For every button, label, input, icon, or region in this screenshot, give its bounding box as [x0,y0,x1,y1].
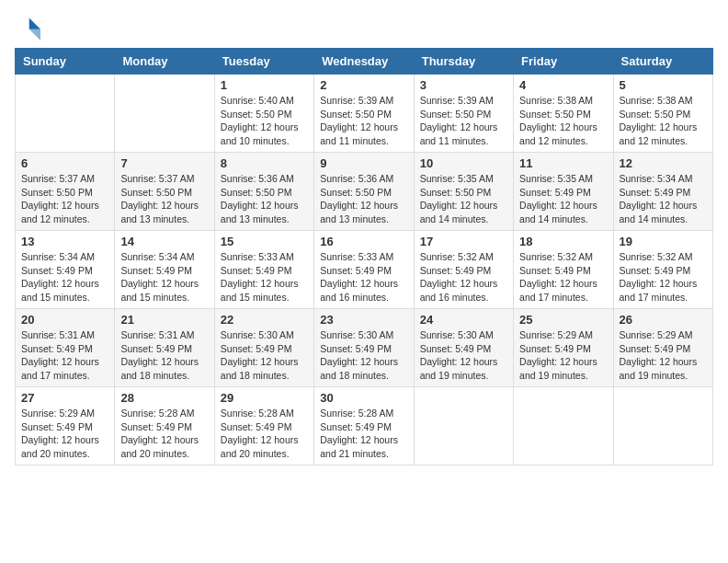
cell-day-info: Sunrise: 5:35 AM Sunset: 5:50 PM Dayligh… [420,172,507,226]
cell-day-info: Sunrise: 5:29 AM Sunset: 5:49 PM Dayligh… [21,407,108,461]
calendar-cell: 7Sunrise: 5:37 AM Sunset: 5:50 PM Daylig… [115,153,214,231]
cell-day-number: 8 [221,156,308,170]
cell-day-info: Sunrise: 5:34 AM Sunset: 5:49 PM Dayligh… [120,250,208,304]
cell-day-info: Sunrise: 5:31 AM Sunset: 5:49 PM Dayligh… [120,328,208,383]
cell-day-number: 13 [21,235,108,248]
calendar-cell: 10Sunrise: 5:35 AM Sunset: 5:50 PM Dayli… [414,153,513,231]
calendar-cell: 2Sunrise: 5:39 AM Sunset: 5:50 PM Daylig… [314,75,414,153]
week-row-5: 27Sunrise: 5:29 AM Sunset: 5:49 PM Dayli… [16,387,713,465]
cell-day-info: Sunrise: 5:37 AM Sunset: 5:50 PM Dayligh… [120,172,208,226]
cell-day-info: Sunrise: 5:40 AM Sunset: 5:50 PM Dayligh… [221,94,308,148]
calendar-cell: 23Sunrise: 5:30 AM Sunset: 5:49 PM Dayli… [314,309,414,387]
calendar-cell: 20Sunrise: 5:31 AM Sunset: 5:49 PM Dayli… [16,309,115,387]
cell-day-info: Sunrise: 5:39 AM Sunset: 5:50 PM Dayligh… [320,94,407,148]
cell-day-info: Sunrise: 5:30 AM Sunset: 5:49 PM Dayligh… [221,328,308,383]
cell-day-info: Sunrise: 5:28 AM Sunset: 5:49 PM Dayligh… [320,407,407,461]
calendar-cell: 19Sunrise: 5:32 AM Sunset: 5:49 PM Dayli… [613,231,712,309]
calendar-cell: 14Sunrise: 5:34 AM Sunset: 5:49 PM Dayli… [115,231,214,309]
cell-day-number: 18 [519,235,607,248]
calendar-cell: 4Sunrise: 5:38 AM Sunset: 5:50 PM Daylig… [514,75,613,153]
cell-day-number: 24 [420,313,507,327]
weekday-header-row: SundayMondayTuesdayWednesdayThursdayFrid… [16,49,713,75]
week-row-4: 20Sunrise: 5:31 AM Sunset: 5:49 PM Dayli… [16,309,713,387]
calendar-cell [514,387,613,465]
cell-day-number: 30 [320,391,407,405]
cell-day-info: Sunrise: 5:35 AM Sunset: 5:49 PM Dayligh… [519,172,607,226]
calendar-cell: 12Sunrise: 5:34 AM Sunset: 5:49 PM Dayli… [613,153,712,231]
cell-day-number: 7 [120,156,208,170]
cell-day-info: Sunrise: 5:31 AM Sunset: 5:49 PM Dayligh… [21,328,108,383]
weekday-header-saturday: Saturday [613,49,712,75]
cell-day-info: Sunrise: 5:34 AM Sunset: 5:49 PM Dayligh… [21,250,108,304]
calendar-table: SundayMondayTuesdayWednesdayThursdayFrid… [15,48,713,465]
cell-day-number: 10 [420,156,507,170]
calendar-cell: 13Sunrise: 5:34 AM Sunset: 5:49 PM Dayli… [16,231,115,309]
calendar-cell: 9Sunrise: 5:36 AM Sunset: 5:50 PM Daylig… [314,153,414,231]
week-row-3: 13Sunrise: 5:34 AM Sunset: 5:49 PM Dayli… [16,231,713,309]
calendar-cell: 26Sunrise: 5:29 AM Sunset: 5:49 PM Dayli… [613,309,712,387]
cell-day-number: 11 [519,156,607,170]
cell-day-number: 25 [519,313,607,327]
cell-day-info: Sunrise: 5:37 AM Sunset: 5:50 PM Dayligh… [21,172,108,226]
calendar-cell: 11Sunrise: 5:35 AM Sunset: 5:49 PM Dayli… [514,153,613,231]
cell-day-info: Sunrise: 5:28 AM Sunset: 5:49 PM Dayligh… [120,407,208,461]
cell-day-number: 15 [221,235,308,248]
cell-day-number: 1 [221,78,308,92]
calendar-cell: 8Sunrise: 5:36 AM Sunset: 5:50 PM Daylig… [214,153,313,231]
cell-day-info: Sunrise: 5:36 AM Sunset: 5:50 PM Dayligh… [221,172,308,226]
calendar-cell: 18Sunrise: 5:32 AM Sunset: 5:49 PM Dayli… [514,231,613,309]
cell-day-info: Sunrise: 5:30 AM Sunset: 5:49 PM Dayligh… [320,328,407,383]
calendar-cell [115,75,214,153]
cell-day-info: Sunrise: 5:32 AM Sunset: 5:49 PM Dayligh… [420,250,507,304]
cell-day-info: Sunrise: 5:33 AM Sunset: 5:49 PM Dayligh… [320,250,407,304]
calendar-cell: 28Sunrise: 5:28 AM Sunset: 5:49 PM Dayli… [115,387,214,465]
calendar-cell [16,75,115,153]
weekday-header-thursday: Thursday [414,49,513,75]
cell-day-info: Sunrise: 5:36 AM Sunset: 5:50 PM Dayligh… [320,172,407,226]
cell-day-info: Sunrise: 5:34 AM Sunset: 5:49 PM Dayligh… [620,172,707,226]
calendar-cell: 25Sunrise: 5:29 AM Sunset: 5:49 PM Dayli… [514,309,613,387]
cell-day-info: Sunrise: 5:32 AM Sunset: 5:49 PM Dayligh… [519,250,607,304]
weekday-header-friday: Friday [514,49,613,75]
cell-day-info: Sunrise: 5:33 AM Sunset: 5:49 PM Dayligh… [221,250,308,304]
calendar-cell: 27Sunrise: 5:29 AM Sunset: 5:49 PM Dayli… [16,387,115,465]
cell-day-number: 21 [120,313,208,327]
cell-day-info: Sunrise: 5:39 AM Sunset: 5:50 PM Dayligh… [420,94,507,148]
cell-day-number: 2 [320,78,407,92]
calendar-cell: 1Sunrise: 5:40 AM Sunset: 5:50 PM Daylig… [214,75,313,153]
cell-day-info: Sunrise: 5:38 AM Sunset: 5:50 PM Dayligh… [620,94,707,148]
cell-day-number: 19 [620,235,707,248]
calendar-cell [613,387,712,465]
calendar-cell: 5Sunrise: 5:38 AM Sunset: 5:50 PM Daylig… [613,75,712,153]
cell-day-info: Sunrise: 5:32 AM Sunset: 5:49 PM Dayligh… [620,250,707,304]
calendar-cell: 29Sunrise: 5:28 AM Sunset: 5:49 PM Dayli… [214,387,313,465]
cell-day-number: 9 [320,156,407,170]
calendar-cell: 16Sunrise: 5:33 AM Sunset: 5:49 PM Dayli… [314,231,414,309]
calendar-cell: 24Sunrise: 5:30 AM Sunset: 5:49 PM Dayli… [414,309,513,387]
cell-day-number: 23 [320,313,407,327]
cell-day-info: Sunrise: 5:38 AM Sunset: 5:50 PM Dayligh… [519,94,607,148]
calendar-cell: 15Sunrise: 5:33 AM Sunset: 5:49 PM Dayli… [214,231,313,309]
cell-day-number: 28 [120,391,208,405]
generalblue-logo-icon [15,15,40,40]
cell-day-number: 14 [120,235,208,248]
cell-day-number: 4 [519,78,607,92]
cell-day-number: 26 [620,313,707,327]
logo [15,15,44,40]
cell-day-number: 6 [21,156,108,170]
week-row-1: 1Sunrise: 5:40 AM Sunset: 5:50 PM Daylig… [16,75,713,153]
header [15,15,713,40]
calendar-cell: 3Sunrise: 5:39 AM Sunset: 5:50 PM Daylig… [414,75,513,153]
cell-day-info: Sunrise: 5:29 AM Sunset: 5:49 PM Dayligh… [519,328,607,383]
calendar-cell: 6Sunrise: 5:37 AM Sunset: 5:50 PM Daylig… [16,153,115,231]
calendar-cell: 30Sunrise: 5:28 AM Sunset: 5:49 PM Dayli… [314,387,414,465]
weekday-header-monday: Monday [115,49,214,75]
calendar-cell [414,387,513,465]
weekday-header-sunday: Sunday [16,49,115,75]
weekday-header-wednesday: Wednesday [314,49,414,75]
cell-day-info: Sunrise: 5:29 AM Sunset: 5:49 PM Dayligh… [620,328,707,383]
cell-day-info: Sunrise: 5:30 AM Sunset: 5:49 PM Dayligh… [420,328,507,383]
cell-day-info: Sunrise: 5:28 AM Sunset: 5:49 PM Dayligh… [221,407,308,461]
cell-day-number: 12 [620,156,707,170]
cell-day-number: 5 [620,78,707,92]
